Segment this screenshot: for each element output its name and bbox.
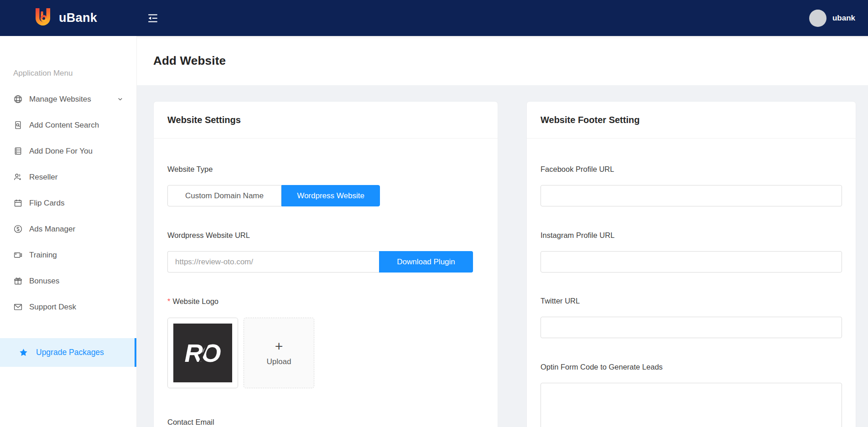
calendar-icon [13, 198, 23, 208]
sidebar-item-manage-websites[interactable]: Manage Websites [0, 86, 136, 112]
user-name: ubank [832, 14, 855, 23]
sidebar-item-reseller[interactable]: Reseller [0, 164, 136, 190]
website-footer-setting-body: Facebook Profile URLInstagram Profile UR… [527, 164, 856, 427]
sidebar-item-upgrade-packages[interactable]: Upgrade Packages [0, 338, 136, 367]
website-type-option-wordpress-website[interactable]: Wordpress Website [281, 185, 380, 206]
optin-form-code-to-generate-leads-label: Optin Form Code to Generate Leads [541, 362, 842, 372]
contact-email-label: Contact Email [167, 417, 484, 427]
database-icon [13, 146, 23, 156]
sidebar-item-label: Ads Manager [29, 225, 75, 234]
ubank-logo-icon [33, 6, 53, 31]
website-logo-image: RO [173, 324, 232, 382]
sidebar-item-flip-cards[interactable]: Flip Cards [0, 190, 136, 216]
sidebar-item-label: Training [29, 251, 57, 260]
sidebar-item-add-done-for-you[interactable]: Add Done For You [0, 138, 136, 164]
sidebar-item-label: Reseller [29, 173, 57, 182]
wordpress-url-label: Wordpress Website URL [167, 230, 484, 240]
dollar-circle-icon [13, 224, 23, 234]
page-header: Add Website [137, 36, 868, 85]
brand-name: uBank [59, 11, 97, 25]
twitter-url-input[interactable] [541, 317, 842, 338]
sidebar-item-training[interactable]: Training [0, 242, 136, 268]
star-icon [19, 348, 28, 357]
sidebar-item-label: Flip Cards [29, 199, 64, 208]
website-type-label: Website Type [167, 164, 484, 174]
usergroup-add-icon [13, 172, 23, 182]
video-camera-icon [13, 250, 23, 260]
globe-icon [13, 94, 23, 104]
sidebar-item-label: Add Content Search [29, 121, 99, 130]
app-root: uBank ubank Application Menu Manage Webs… [0, 0, 868, 427]
website-type-option-custom-domain-name[interactable]: Custom Domain Name [167, 185, 281, 206]
file-search-icon [13, 120, 23, 130]
download-plugin-button[interactable]: Download Plugin [379, 251, 473, 273]
website-footer-setting-card: Website Footer Setting Facebook Profile … [526, 101, 856, 427]
website-settings-card: Website Settings Website Type Custom Dom… [153, 101, 498, 427]
sidebar-menu: Manage WebsitesAdd Content SearchAdd Don… [0, 86, 136, 320]
gift-icon [13, 276, 23, 286]
website-type-radio-group: Custom Domain NameWordpress Website [167, 185, 484, 206]
website-settings-title: Website Settings [167, 115, 241, 125]
chevron-down-icon [117, 96, 124, 103]
sidebar-item-ads-manager[interactable]: Ads Manager [0, 216, 136, 242]
upload-label: Upload [267, 357, 291, 366]
website-logo-text: RO [185, 338, 219, 368]
website-logo-upload-row: RO + Upload [167, 318, 484, 388]
avatar [809, 10, 826, 27]
sidebar-item-label: Manage Websites [29, 95, 91, 104]
instagram-profile-url-label: Instagram Profile URL [541, 230, 842, 240]
sidebar-item-label: Upgrade Packages [36, 348, 104, 357]
upload-button[interactable]: + Upload [244, 318, 314, 388]
facebook-profile-url-input[interactable] [541, 185, 842, 206]
wordpress-url-input[interactable] [167, 251, 379, 273]
top-navbar: uBank ubank [0, 0, 868, 36]
brand-logo[interactable]: uBank [33, 6, 97, 31]
required-asterisk: * [167, 297, 170, 305]
facebook-profile-url-label: Facebook Profile URL [541, 164, 842, 174]
website-logo-label: *Website Logo [167, 296, 484, 306]
website-footer-setting-title: Website Footer Setting [541, 115, 639, 125]
wordpress-url-group: Download Plugin [167, 251, 473, 273]
sidebar: Application Menu Manage WebsitesAdd Cont… [0, 36, 137, 427]
instagram-profile-url-input[interactable] [541, 251, 842, 273]
sidebar-item-add-content-search[interactable]: Add Content Search [0, 112, 136, 138]
page-title: Add Website [153, 54, 226, 68]
mail-icon [13, 302, 23, 312]
sidebar-item-label: Support Desk [29, 303, 76, 312]
twitter-url-label: Twitter URL [541, 296, 842, 306]
website-logo-thumbnail[interactable]: RO [167, 318, 238, 388]
optin-form-code-to-generate-leads-textarea[interactable] [541, 383, 842, 427]
content-area: Website Settings Website Type Custom Dom… [137, 85, 868, 427]
sidebar-item-label: Bonuses [29, 277, 59, 286]
website-settings-body: Website Type Custom Domain NameWordpress… [154, 164, 498, 427]
sidebar-item-label: Add Done For You [29, 147, 93, 156]
sidebar-item-support-desk[interactable]: Support Desk [0, 294, 136, 320]
sidebar-item-bonuses[interactable]: Bonuses [0, 268, 136, 294]
user-menu[interactable]: ubank [809, 10, 855, 27]
plus-icon: + [275, 340, 283, 353]
sidebar-section-label: Application Menu [0, 60, 136, 86]
menu-fold-icon[interactable] [145, 10, 161, 26]
website-footer-setting-header: Website Footer Setting [527, 102, 856, 139]
website-settings-header: Website Settings [154, 102, 498, 139]
